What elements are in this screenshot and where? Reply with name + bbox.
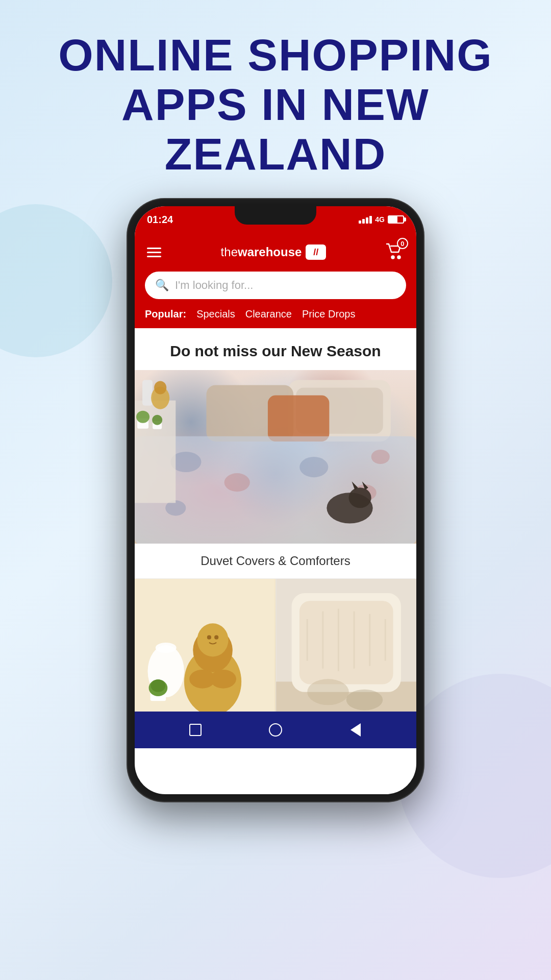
svg-point-22 xyxy=(136,411,149,423)
search-bar[interactable]: 🔍 I'm looking for... xyxy=(145,272,406,299)
svg-point-31 xyxy=(207,635,211,640)
product-buddha[interactable] xyxy=(135,579,276,712)
app-header: thewarehouse // 0 xyxy=(135,233,416,272)
notch xyxy=(235,206,316,225)
svg-point-37 xyxy=(151,680,166,692)
brand-badge-icon: // xyxy=(306,244,326,260)
search-icon: 🔍 xyxy=(155,279,169,292)
svg-point-12 xyxy=(371,450,390,464)
popular-bar: Popular: Specials Clearance Price Drops xyxy=(135,308,416,328)
cushion-illustration xyxy=(276,579,417,712)
svg-point-24 xyxy=(152,415,162,425)
content-area: Do not miss our New Season xyxy=(135,328,416,712)
svg-rect-18 xyxy=(142,380,153,406)
brand-logo: thewarehouse // xyxy=(221,244,327,260)
svg-rect-5 xyxy=(268,396,329,442)
brand-name: thewarehouse xyxy=(221,245,302,259)
search-bar-container: 🔍 I'm looking for... xyxy=(135,272,416,308)
svg-point-20 xyxy=(154,381,166,395)
popular-tag-clearance[interactable]: Clearance xyxy=(245,308,292,320)
hamburger-menu-button[interactable] xyxy=(147,248,161,257)
svg-point-49 xyxy=(346,690,382,710)
signal-bars-icon xyxy=(359,216,372,224)
svg-point-14 xyxy=(349,488,371,508)
phone-mockup: 01:24 4G xyxy=(128,199,423,801)
phone-screen: 01:24 4G xyxy=(135,206,416,794)
page-title: ONLINE SHOPPING APPS IN NEW ZEALAND xyxy=(0,0,551,199)
search-placeholder: I'm looking for... xyxy=(175,279,396,292)
bed-scene-illustration xyxy=(135,370,416,544)
popular-label: Popular: xyxy=(145,308,186,320)
bottom-products xyxy=(135,579,416,712)
battery-icon xyxy=(388,215,404,224)
cart-count-badge: 0 xyxy=(397,238,408,249)
circle-icon xyxy=(269,723,282,737)
navigation-bar xyxy=(135,712,416,748)
cart-button[interactable]: 0 xyxy=(386,242,404,262)
svg-point-32 xyxy=(214,635,218,640)
status-time: 01:24 xyxy=(147,214,173,226)
svg-point-9 xyxy=(299,457,328,477)
recent-apps-button[interactable] xyxy=(183,717,208,743)
svg-point-0 xyxy=(391,256,394,259)
svg-point-27 xyxy=(156,643,177,653)
main-product-label[interactable]: Duvet Covers & Comforters xyxy=(135,544,416,579)
popular-tag-price-drops[interactable]: Price Drops xyxy=(302,308,355,320)
phone-outer-frame: 01:24 4G xyxy=(128,199,423,801)
status-bar: 01:24 4G xyxy=(135,206,416,233)
svg-rect-41 xyxy=(299,601,393,684)
product-cushion[interactable] xyxy=(276,579,417,712)
promo-title: Do not miss our New Season xyxy=(147,342,404,360)
svg-point-30 xyxy=(197,624,228,657)
buddha-illustration xyxy=(135,579,276,712)
status-icons: 4G xyxy=(359,215,404,224)
back-button[interactable] xyxy=(343,717,368,743)
promo-banner: Do not miss our New Season xyxy=(135,328,416,370)
network-type: 4G xyxy=(375,215,385,224)
bg-decoration-left xyxy=(0,204,112,357)
square-icon xyxy=(189,724,202,736)
popular-tag-specials[interactable]: Specials xyxy=(196,308,235,320)
svg-point-48 xyxy=(307,679,349,705)
svg-point-34 xyxy=(210,670,236,689)
back-icon xyxy=(350,723,361,737)
svg-point-1 xyxy=(397,256,400,259)
svg-point-8 xyxy=(224,474,250,492)
home-button[interactable] xyxy=(263,717,288,743)
main-product-image[interactable] xyxy=(135,370,416,544)
